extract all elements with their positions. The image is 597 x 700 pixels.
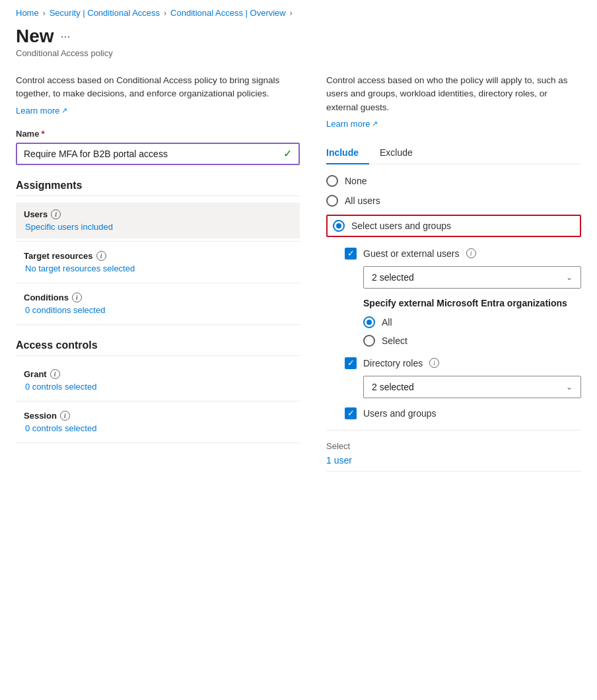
breadcrumb-sep-2: › [164,9,166,18]
radio-all-users-circle [326,195,338,207]
page-title: New [16,26,54,47]
users-value: Specific users included [24,222,292,232]
assignment-users[interactable]: Users i Specific users included [16,203,300,238]
user-type-radio-group: None All users Select users and groups [326,175,581,237]
users-info-icon[interactable]: i [51,209,61,219]
divider-2 [16,283,300,283]
radio-all-users-label: All users [345,195,380,206]
breadcrumb-security[interactable]: Security | Conditional Access [50,8,160,18]
select-label: Select [326,441,581,451]
page-title-ellipsis[interactable]: ··· [61,30,71,44]
session-value: 0 controls selected [24,423,292,433]
radio-none[interactable]: None [326,175,581,187]
name-check-icon: ✓ [283,147,292,160]
checkbox-directory-roles[interactable]: ✓ Directory roles i [345,357,581,369]
directory-roles-dropdown-chevron: ⌄ [566,382,573,392]
checkbox-guest-external[interactable]: ✓ Guest or external users i [345,248,581,260]
directory-roles-info-icon[interactable]: i [429,358,439,368]
page-subtitle: Conditional Access policy [16,48,581,58]
checkbox-users-and-groups-label: Users and groups [363,408,437,419]
select-section: Select 1 user [326,441,581,466]
radio-none-label: None [345,176,367,186]
include-exclude-tabs: Include Exclude [326,142,581,164]
divider-1 [16,241,300,242]
radio-orgs-select-label: Select [382,335,407,346]
breadcrumb-overview[interactable]: Conditional Access | Overview [170,8,286,18]
radio-none-circle [326,175,338,187]
radio-orgs-all-label: All [382,317,392,328]
right-description: Control access based on who the policy w… [326,74,581,114]
specify-orgs-label: Specify external Microsoft Entra organiz… [363,298,581,308]
page-title-area: New ··· [16,26,581,47]
checkbox-directory-roles-box: ✓ [345,357,357,369]
breadcrumb-sep-1: › [43,9,46,18]
left-description: Control access based on Conditional Acce… [16,74,300,101]
guest-external-info-icon[interactable]: i [466,248,476,258]
assignment-target-resources[interactable]: Target resources i No target resources s… [16,244,300,280]
specify-orgs-radio-group: All Select [363,316,581,347]
name-field-label: Name * [16,129,300,139]
conditions-info-icon[interactable]: i [72,293,82,302]
access-controls-section-title: Access controls [16,339,300,356]
divider-3 [16,324,300,325]
guest-external-dropdown[interactable]: 2 selected ⌄ [363,266,581,289]
grant-value: 0 controls selected [24,382,292,392]
assignment-conditions[interactable]: Conditions i 0 conditions selected [16,286,300,322]
left-learn-more-link[interactable]: Learn more ↗ [16,106,67,116]
session-info-icon[interactable]: i [60,411,70,421]
tab-exclude[interactable]: Exclude [369,142,423,164]
grant-info-icon[interactable]: i [50,369,60,379]
divider-5 [16,442,300,443]
radio-select-users-groups-label: Select users and groups [351,221,451,231]
checkbox-directory-roles-label: Directory roles [363,358,423,368]
radio-select-users-groups-circle [333,220,345,232]
breadcrumb-home[interactable]: Home [16,8,39,18]
radio-orgs-select-circle [363,335,375,347]
external-link-icon-left: ↗ [61,106,67,115]
radio-orgs-all[interactable]: All [363,316,581,328]
right-learn-more-link[interactable]: Learn more ↗ [326,119,378,129]
checkbox-users-and-groups[interactable]: ✓ Users and groups [345,407,581,419]
guest-external-dropdown-chevron: ⌄ [566,273,573,282]
checkbox-options: ✓ Guest or external users i 2 selected ⌄… [345,248,581,419]
radio-all-users[interactable]: All users [326,195,581,207]
assignments-section-title: Assignments [16,180,300,196]
guest-external-dropdown-value: 2 selected [372,272,414,283]
checkbox-users-and-groups-box: ✓ [345,407,357,419]
breadcrumb: Home › Security | Conditional Access › C… [16,8,581,18]
conditions-value: 0 conditions selected [24,305,292,315]
assignment-grant[interactable]: Grant i 0 controls selected [16,363,300,398]
directory-roles-dropdown-value: 2 selected [372,382,414,392]
tab-include[interactable]: Include [326,142,369,164]
left-panel: Control access based on Conditional Acce… [16,74,300,446]
directory-roles-dropdown[interactable]: 2 selected ⌄ [363,376,581,398]
divider-4 [16,401,300,402]
target-resources-info-icon[interactable]: i [96,251,106,261]
checkbox-guest-external-box: ✓ [345,248,357,260]
select-value[interactable]: 1 user [326,455,581,466]
breadcrumb-sep-3: › [290,9,293,18]
name-input[interactable] [17,144,298,164]
radio-orgs-all-circle [363,316,375,328]
bottom-line [326,471,581,472]
name-input-wrapper: ✓ [16,143,300,165]
right-panel-divider [326,430,581,431]
target-resources-value: No target resources selected [24,263,292,273]
right-panel: Control access based on who the policy w… [326,74,581,472]
external-link-icon-right: ↗ [372,120,378,128]
checkbox-guest-external-label: Guest or external users [363,248,460,259]
assignment-session[interactable]: Session i 0 controls selected [16,404,300,440]
radio-orgs-select[interactable]: Select [363,335,581,347]
radio-select-users-groups[interactable]: Select users and groups [326,215,581,237]
required-star: * [41,129,44,139]
